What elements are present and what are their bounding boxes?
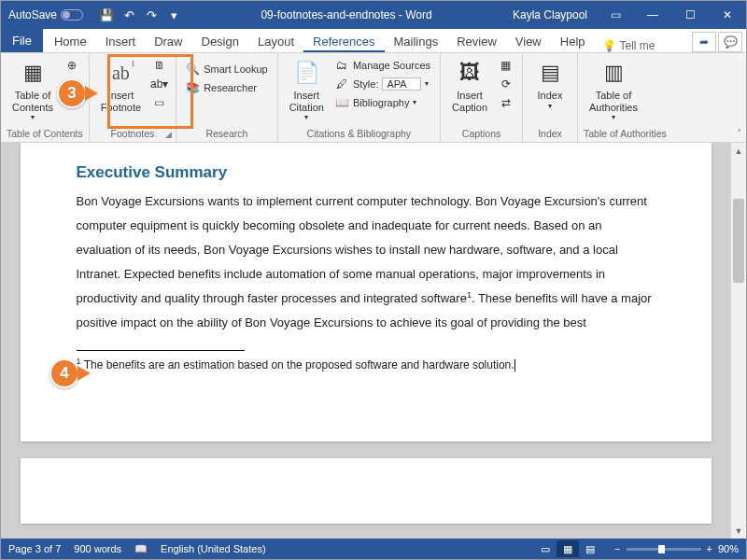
next-footnote-button[interactable]: ab▾ <box>148 75 170 92</box>
footnote-text[interactable]: 1 The benefits are an estimation based o… <box>77 357 655 371</box>
chevron-down-icon: ▾ <box>425 79 429 88</box>
group-label: Table of Contents <box>7 126 83 142</box>
titlebar: AutoSave 💾 ↶ ↷ ▾ 09-footnotes-and-endnot… <box>1 1 746 29</box>
table-of-figures-button[interactable]: ▦ <box>495 56 516 74</box>
tab-references[interactable]: References <box>303 31 384 52</box>
insert-endnote-button[interactable]: 🗎 <box>148 56 170 74</box>
quick-access-toolbar: 💾 ↶ ↷ ▾ <box>91 5 190 25</box>
insert-footnote-button[interactable]: ab Insert Footnote <box>95 56 147 115</box>
web-layout-button[interactable]: ▤ <box>579 540 601 557</box>
view-buttons: ▭ ▦ ▤ <box>534 540 601 557</box>
tab-draw[interactable]: Draw <box>145 31 191 52</box>
chevron-down-icon: ▾ <box>548 102 552 110</box>
ribbon-options-button[interactable]: ▭ <box>597 1 634 29</box>
toggle-switch-icon <box>61 9 83 21</box>
tab-design[interactable]: Design <box>192 31 248 52</box>
redo-button[interactable]: ↷ <box>141 5 162 25</box>
callout-bubble: 3 <box>57 78 87 108</box>
ribbon: ▦ Table of Contents ▾ ⊕ ⟳ Table of Conte… <box>1 53 746 143</box>
language-indicator[interactable]: English (United States) <box>161 543 266 554</box>
researcher-button[interactable]: 📚Researcher <box>182 78 271 96</box>
style-dropdown[interactable]: 🖊Style: APA▾ <box>331 75 434 92</box>
scroll-thumb[interactable] <box>733 199 744 283</box>
table-of-authorities-button[interactable]: ▥ Table of Authorities ▾ <box>584 56 643 123</box>
scroll-down-button[interactable]: ▼ <box>731 523 746 539</box>
zoom-slider-knob[interactable] <box>658 545 665 553</box>
autosave-label: AutoSave <box>8 8 57 21</box>
tab-file[interactable]: File <box>1 29 43 52</box>
insert-caption-button[interactable]: 🖼 Insert Caption <box>446 56 493 115</box>
document-area[interactable]: Executive Summary Bon Voyage Excursions … <box>1 143 730 539</box>
group-footnotes: ab Insert Footnote 🗎 ab▾ ▭ Footnotes ◢ <box>90 53 176 142</box>
authorities-icon: ▥ <box>599 58 628 88</box>
tab-home[interactable]: Home <box>45 31 96 52</box>
spellcheck-button[interactable]: 📖 <box>134 543 148 555</box>
autosave-toggle[interactable]: AutoSave <box>1 8 91 21</box>
index-button[interactable]: ▤ Index ▾ <box>529 56 571 112</box>
vertical-scrollbar[interactable]: ▲ ▼ <box>730 143 746 539</box>
zoom-controls: − + 90% <box>614 543 739 554</box>
manage-icon: 🗂 <box>335 58 349 72</box>
zoom-in-button[interactable]: + <box>707 543 712 554</box>
show-notes-button[interactable]: ▭ <box>148 93 170 111</box>
scroll-up-button[interactable]: ▲ <box>731 143 746 159</box>
zoom-level[interactable]: 90% <box>718 543 739 554</box>
chevron-down-icon: ▾ <box>612 113 615 121</box>
group-label: Captions <box>446 126 516 142</box>
read-mode-button[interactable]: ▭ <box>534 540 557 557</box>
ribbon-tabs: File Home Insert Draw Design Layout Refe… <box>1 29 746 53</box>
update-figures-button[interactable]: ⟳ <box>495 75 516 92</box>
caption-icon: 🖼 <box>455 58 485 88</box>
save-button[interactable]: 💾 <box>96 5 117 25</box>
page[interactable]: Executive Summary Bon Voyage Excursions … <box>21 143 712 441</box>
group-label: Research <box>182 126 271 142</box>
endnote-icon: 🗎 <box>152 58 166 72</box>
tell-me[interactable]: 💡 Tell me <box>595 39 663 52</box>
body-paragraph[interactable]: Bon Voyage Excursions wants to implement… <box>77 189 655 335</box>
show-notes-icon: ▭ <box>152 95 166 109</box>
tab-mailings[interactable]: Mailings <box>385 31 448 52</box>
page-indicator[interactable]: Page 3 of 7 <box>8 543 61 554</box>
tab-insert[interactable]: Insert <box>96 31 146 52</box>
maximize-button[interactable]: ☐ <box>671 1 709 29</box>
heading: Executive Summary <box>77 163 655 182</box>
print-layout-button[interactable]: ▦ <box>557 540 579 557</box>
group-authorities: ▥ Table of Authorities ▾ Table of Author… <box>578 53 672 142</box>
footnote-separator <box>77 350 245 351</box>
biblio-icon: 📖 <box>335 95 349 109</box>
add-text-icon: ⊕ <box>64 58 78 72</box>
lightbulb-icon: 💡 <box>602 39 616 52</box>
page-next[interactable] <box>21 458 712 524</box>
zoom-slider[interactable] <box>627 548 701 551</box>
crossref-icon: ⇄ <box>499 95 513 109</box>
comments-button[interactable]: 💬 <box>718 32 742 52</box>
insert-caption-label: Insert Caption <box>452 90 487 113</box>
minimize-button[interactable]: — <box>634 1 671 29</box>
tab-review[interactable]: Review <box>447 31 506 52</box>
word-count[interactable]: 900 words <box>74 543 121 554</box>
undo-button[interactable]: ↶ <box>119 5 139 25</box>
collapse-ribbon-button[interactable]: ˄ <box>737 128 742 140</box>
close-button[interactable]: ✕ <box>709 1 746 29</box>
smart-lookup-button[interactable]: 🔍Smart Lookup <box>182 60 271 77</box>
footnote-icon: ab <box>106 58 135 88</box>
tab-layout[interactable]: Layout <box>248 31 303 52</box>
group-label: Citations & Bibliography <box>284 126 434 142</box>
zoom-out-button[interactable]: − <box>614 543 620 554</box>
search-icon: 🔍 <box>186 62 200 76</box>
share-button[interactable]: ➦ <box>692 32 716 52</box>
add-text-button[interactable]: ⊕ <box>61 56 82 74</box>
tab-help[interactable]: Help <box>551 31 595 52</box>
insert-citation-button[interactable]: 📄 Insert Citation ▾ <box>284 56 330 123</box>
user-name[interactable]: Kayla Claypool <box>503 8 597 21</box>
manage-sources-button[interactable]: 🗂Manage Sources <box>331 56 434 74</box>
group-citations: 📄 Insert Citation ▾ 🗂Manage Sources 🖊Sty… <box>278 53 441 142</box>
tab-view[interactable]: View <box>506 31 551 52</box>
cross-reference-button[interactable]: ⇄ <box>495 93 516 111</box>
footnotes-dialog-launcher[interactable]: ◢ <box>162 129 174 140</box>
bibliography-button[interactable]: 📖Bibliography ▾ <box>331 93 434 111</box>
qat-customize-button[interactable]: ▾ <box>163 5 184 25</box>
table-of-contents-button[interactable]: ▦ Table of Contents ▾ <box>7 56 59 123</box>
group-label: Table of Authorities <box>584 126 667 142</box>
window-title: 09-footnotes-and-endnotes - Word <box>190 8 503 21</box>
